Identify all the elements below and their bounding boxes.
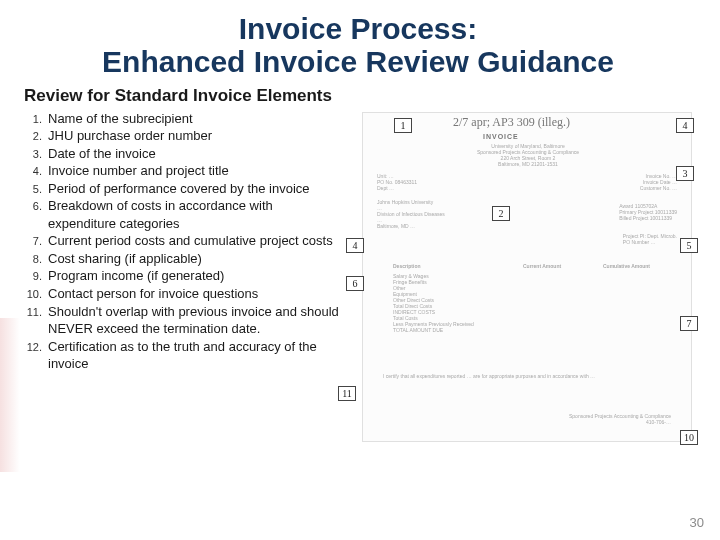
col-cum: Cumulative Amount [603, 263, 650, 269]
callout-1: 1 [394, 118, 412, 133]
callout-10: 10 [680, 430, 698, 445]
pi-block: Project PI: Dept. Microb.PO Number … [623, 233, 677, 245]
item-text: Cost sharing (if applicable) [48, 250, 344, 268]
title-line1: Invoice Process:Enhanced Invoice Review … [102, 12, 614, 78]
award-block: Award 1105702APrimary Project 10011339Bi… [619, 203, 677, 221]
callout-6: 6 [346, 276, 364, 291]
item-text: Invoice number and project title [48, 162, 344, 180]
list-item: 2.JHU purchase order number [24, 127, 344, 145]
cost-rows: Salary & WagesFringe BenefitsOtherEquipm… [393, 273, 474, 333]
slide-title: Invoice Process:Enhanced Invoice Review … [24, 12, 692, 78]
billto-block: Johns Hopkins University…Division of Inf… [377, 199, 445, 229]
callout-7: 7 [680, 316, 698, 331]
item-text: Contact person for invoice questions [48, 285, 344, 303]
page-number: 30 [690, 515, 704, 530]
list-item: 12.Certification as to the truth and acc… [24, 338, 344, 373]
list-item: 6.Breakdown of costs in accordance with … [24, 197, 344, 232]
callout-3: 3 [676, 166, 694, 181]
list-item: 3.Date of the invoice [24, 145, 344, 163]
list-item: 7.Current period costs and cumulative pr… [24, 232, 344, 250]
callout-5: 5 [680, 238, 698, 253]
sample-invoice-image: 2/7 apr; AP3 309 (illeg.) INVOICE Univer… [362, 112, 692, 442]
list-item: 4.Invoice number and project title [24, 162, 344, 180]
callout-11: 11 [338, 386, 356, 401]
decorative-red-bar [0, 318, 20, 472]
invoice-header-word: INVOICE [483, 133, 519, 140]
list-item: 1.Name of the subrecipient [24, 110, 344, 128]
review-elements-list: 1.Name of the subrecipient 2.JHU purchas… [24, 110, 344, 442]
col-current: Current Amount [523, 263, 561, 269]
handwritten-note: 2/7 apr; AP3 309 (illeg.) [453, 115, 570, 130]
list-item: 10.Contact person for invoice questions [24, 285, 344, 303]
signature-block: Sponsored Projects Accounting & Complian… [569, 413, 671, 425]
section-heading: Review for Standard Invoice Elements [24, 86, 692, 106]
list-item: 5.Period of performance covered by the i… [24, 180, 344, 198]
item-text: Period of performance covered by the inv… [48, 180, 344, 198]
annotated-invoice-figure: 2/7 apr; AP3 309 (illeg.) INVOICE Univer… [352, 110, 692, 442]
item-text: Name of the subrecipient [48, 110, 344, 128]
item-text: Date of the invoice [48, 145, 344, 163]
invoice-meta: Invoice No. …Invoice Date …Customer No. … [640, 173, 677, 191]
cert-text: I certify that all expenditures reported… [383, 373, 673, 379]
item-text: Current period costs and cumulative proj… [48, 232, 344, 250]
list-item: 11.Shouldn't overlap with previous invoi… [24, 303, 344, 338]
item-text: Certification as to the truth and accura… [48, 338, 344, 373]
list-item: 9.Program income (if generated) [24, 267, 344, 285]
item-text: Breakdown of costs in accordance with ex… [48, 197, 344, 232]
payee-address: University of Maryland, BaltimoreSponsor… [463, 143, 593, 167]
list-item: 8.Cost sharing (if applicable) [24, 250, 344, 268]
callout-4a: 4 [676, 118, 694, 133]
item-text: Program income (if generated) [48, 267, 344, 285]
callout-2: 2 [492, 206, 510, 221]
item-text: Shouldn't overlap with previous invoice … [48, 303, 344, 338]
po-block: Unit: …PO No. 08463311Dept … [377, 173, 417, 191]
col-desc: Description [393, 263, 421, 269]
item-text: JHU purchase order number [48, 127, 344, 145]
callout-4b: 4 [346, 238, 364, 253]
